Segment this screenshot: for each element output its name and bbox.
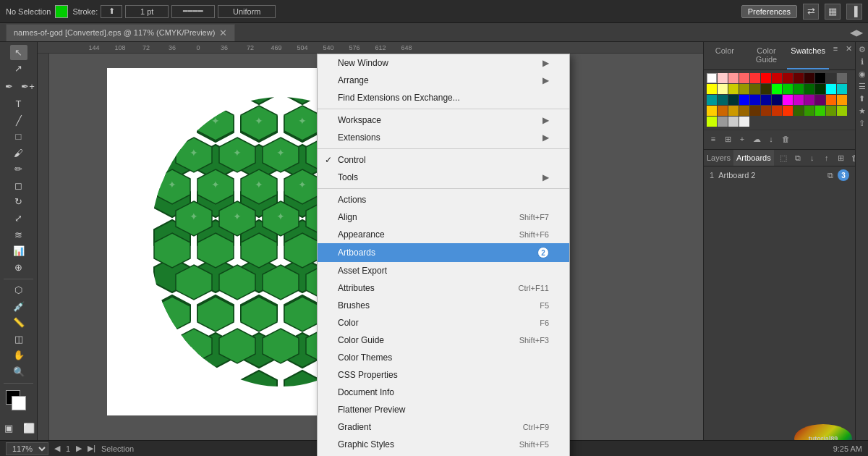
swatch-options-icon[interactable]: ≡ [707, 132, 720, 145]
menu-item-color-themes[interactable]: Color Themes [318, 349, 569, 366]
menu-item-tools[interactable]: Tools ▶ [318, 169, 569, 186]
swatch-import-icon[interactable]: ↓ [765, 132, 778, 145]
layers-panel-icon2[interactable]: ⧉ [791, 151, 804, 164]
swatch-midgray[interactable] [837, 73, 847, 83]
swatch-add-icon[interactable]: + [736, 132, 749, 145]
info-side-icon[interactable]: ℹ [861, 57, 864, 67]
swatch-vvdarkgreen[interactable] [815, 84, 825, 94]
adjust-icon[interactable]: ◉ [859, 69, 866, 79]
swatch-lightred[interactable] [750, 73, 760, 83]
swatch-maroon[interactable] [783, 73, 793, 83]
swatch-lightpink[interactable] [718, 73, 728, 83]
assets-side-icon[interactable]: ★ [859, 106, 866, 116]
panel-menu-icon[interactable]: ≡ [829, 42, 842, 55]
rect-tool[interactable]: □ [10, 129, 27, 144]
swatch-yellow[interactable] [707, 84, 717, 94]
swatch-lightorange[interactable] [837, 95, 847, 105]
swatch-vdarkbrown[interactable] [750, 106, 760, 116]
swatch-lightgray[interactable] [728, 117, 739, 127]
menu-item-color[interactable]: Color F6 [318, 314, 569, 332]
blend-tool[interactable]: ⬡ [10, 282, 27, 297]
measure-tool[interactable]: 📏 [10, 316, 27, 331]
screen-mode-normal[interactable]: ▣ [0, 420, 17, 437]
swatch-darkgreen[interactable] [793, 84, 804, 94]
tab-color-guide[interactable]: Color Guide [746, 42, 788, 69]
fill-color-swatch[interactable] [55, 5, 68, 18]
panel-icon-btn[interactable]: ▐ [846, 4, 862, 20]
stroke-type-dropdown[interactable]: ━━━━ [171, 5, 215, 18]
swatch-yellowgreen[interactable] [826, 106, 836, 116]
direct-selection-tool[interactable]: ↗ [10, 62, 27, 77]
eraser-tool[interactable]: ◻ [10, 178, 27, 193]
stroke-width-box[interactable]: ⬆ [101, 5, 122, 18]
artboard-list-item[interactable]: 1 Artboard 2 ⧉ 3 [704, 166, 855, 184]
swatch-darkteal[interactable] [718, 95, 728, 105]
artboard-copy-icon[interactable]: ⧉ [827, 171, 833, 180]
swatch-salmon[interactable] [739, 73, 749, 83]
swatch-blue[interactable] [739, 95, 749, 105]
document-tab[interactable]: names-of-god [Converted].eps @ 117% (CMY… [6, 24, 235, 41]
swatch-lightyellow[interactable] [718, 84, 728, 94]
menu-item-css-properties[interactable]: CSS Properties [318, 366, 569, 384]
swatch-lightyellowgreen[interactable] [837, 106, 847, 116]
zoom-select[interactable]: 117% [6, 442, 48, 455]
swatch-green[interactable] [772, 84, 782, 94]
swatch-libraries-icon[interactable]: ☁ [750, 132, 763, 145]
menu-item-new-window[interactable]: New Window ▶ [318, 54, 569, 72]
swatch-brick[interactable] [772, 106, 782, 116]
menu-item-graphic-styles[interactable]: Graphic Styles Shift+F5 [318, 436, 569, 453]
swatch-teal[interactable] [707, 95, 717, 105]
swatch-vdarkteal[interactable] [728, 95, 739, 105]
swatch-new-group-icon[interactable]: ⊞ [721, 132, 734, 145]
stroke-swatch[interactable] [12, 396, 26, 410]
swatch-orange[interactable] [826, 95, 836, 105]
preferences-button[interactable]: Preferences [741, 5, 797, 18]
paintbrush-tool[interactable]: 🖌 [10, 145, 27, 161]
swatch-darkgray[interactable] [826, 73, 836, 83]
swatch-verydarkred[interactable] [804, 73, 814, 83]
swatch-gold[interactable] [707, 106, 717, 116]
pencil-tool[interactable]: ✏ [10, 161, 27, 177]
stroke-uniform-dropdown[interactable]: Uniform [218, 5, 276, 18]
share-side-icon[interactable]: ⇧ [859, 119, 865, 128]
menu-item-flattener-preview[interactable]: Flattener Preview [318, 401, 569, 418]
pen-tool[interactable]: ✒ [1, 77, 18, 95]
tab-color[interactable]: Color [704, 42, 746, 69]
swatch-navyblue[interactable] [761, 95, 771, 105]
menu-item-find-extensions[interactable]: Find Extensions on Exchange... [318, 89, 569, 106]
swatch-white[interactable] [707, 73, 717, 83]
swatch-delete-icon[interactable]: 🗑 [779, 132, 792, 145]
swatch-darkblue[interactable] [750, 95, 760, 105]
swatch-darkpurple[interactable] [815, 95, 825, 105]
swatch-darkolive[interactable] [750, 84, 760, 94]
canvas[interactable]: ✦ ✦ ✦ ✦ ✦ ✦ ✦ ✦ ✦ ✦ ✦ ✦ [49, 54, 703, 456]
menu-item-document-info[interactable]: Document Info [318, 384, 569, 401]
swatch-redorange[interactable] [783, 106, 793, 116]
rotate-tool[interactable]: ↻ [10, 195, 27, 210]
tab-layers[interactable]: Layers [704, 150, 733, 166]
stroke-size-dropdown[interactable]: 1 pt [125, 5, 169, 18]
swatch-darkbrown[interactable] [739, 106, 749, 116]
swatch-purple[interactable] [804, 95, 814, 105]
swatch-darkred[interactable] [772, 73, 782, 83]
swatch-magenta[interactable] [783, 95, 793, 105]
swatch-forestgreen[interactable] [793, 106, 804, 116]
panel-toggle-btn[interactable]: ◀▶ [851, 27, 862, 38]
menu-item-arrange[interactable]: Arrange ▶ [318, 72, 569, 89]
type-tool[interactable]: T [10, 96, 27, 111]
swatch-medgreen[interactable] [783, 84, 793, 94]
screen-mode-full[interactable]: ⬜ [20, 420, 38, 437]
menu-item-extensions[interactable]: Extensions ▶ [318, 129, 569, 146]
menu-item-image-trace[interactable]: Image Trace [318, 453, 569, 456]
export-side-icon[interactable]: ⬆ [859, 94, 865, 104]
swatch-darkcyan[interactable] [837, 84, 847, 94]
panel-close-icon[interactable]: ✕ [842, 42, 855, 55]
swatch-reddishbrown[interactable] [761, 106, 771, 116]
menu-item-artboards[interactable]: Artboards 2 [318, 243, 569, 262]
graph-tool[interactable]: 📊 [10, 243, 27, 258]
swatch-vdarkolive[interactable] [761, 84, 771, 94]
sync-icon-btn[interactable]: ⇄ [803, 4, 819, 20]
zoom-tool[interactable]: 🔍 [10, 364, 27, 379]
layers-panel-icon5[interactable]: ⊞ [835, 151, 848, 164]
arrange-icon-btn[interactable]: ▦ [825, 4, 841, 20]
